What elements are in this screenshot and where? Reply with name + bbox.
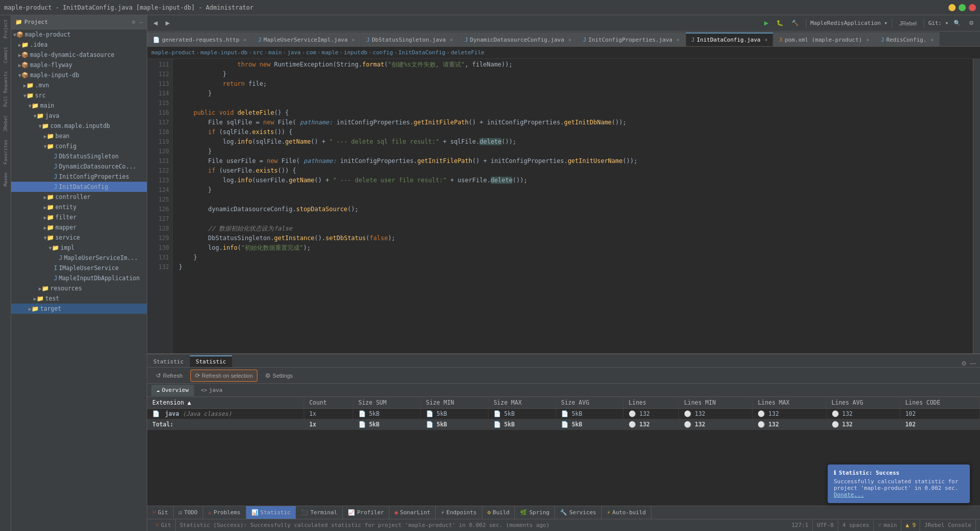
code-content[interactable]: throw new RuntimeException(String.format… [173, 59, 973, 353]
tab-close-icon[interactable]: × [676, 37, 679, 43]
stat-subtab-overview[interactable]: ☁ Overview [151, 385, 194, 396]
tree-item[interactable]: ▶ 📁.idea [11, 40, 147, 50]
col-count[interactable]: Count [304, 397, 353, 409]
tab-dbstatus-singleton[interactable]: J DbStatusSingleton.java × [361, 32, 459, 46]
toolbar-settings-button[interactable]: ⚙ [966, 17, 977, 29]
close-button[interactable] [969, 4, 976, 11]
status-encoding[interactable]: UTF-8 [813, 519, 838, 531]
tree-item[interactable]: ▶ 📁target [11, 304, 147, 314]
project-minimize-icon[interactable]: — [139, 19, 143, 25]
toolbar-forward-button[interactable]: ▶ [162, 17, 173, 29]
col-lines-code[interactable]: Lines CODE [900, 397, 979, 409]
tab-close-icon[interactable]: × [931, 37, 934, 43]
tool-statistic[interactable]: 📊 Statistic [246, 506, 297, 519]
tab-pom-xml[interactable]: X pom.xml (maple-product) × [774, 32, 875, 46]
breadcrumb-item[interactable]: src [253, 49, 263, 56]
tab-close-icon[interactable]: × [568, 37, 571, 43]
tool-spring[interactable]: 🌿 Spring [515, 506, 555, 519]
breadcrumb-item[interactable]: InitDataConfig [398, 49, 445, 56]
status-position[interactable]: 127:1 [788, 519, 813, 531]
sidebar-icon-project[interactable]: Project [2, 17, 9, 41]
col-lines-avg[interactable]: Lines AVG [826, 397, 900, 409]
tool-services[interactable]: 🔧 Services [555, 506, 602, 519]
tab-maple-user-service-impl[interactable]: J MapleUserServiceImpl.java × [252, 32, 360, 46]
col-size-avg[interactable]: Size AVG [556, 397, 624, 409]
toolbar-run-button[interactable]: ▶ [761, 17, 771, 29]
tab-init-data-config[interactable]: J InitDataConfig.java × [685, 32, 773, 46]
col-size-min[interactable]: Size MIN [420, 397, 488, 409]
breadcrumb-item[interactable]: main [269, 49, 282, 56]
tree-item[interactable]: ▶ 📁test [11, 293, 147, 304]
tool-profiler[interactable]: 📈 Profiler [343, 506, 389, 519]
tab-redis-config[interactable]: J RedisConfig. × [875, 32, 939, 46]
tree-item[interactable]: ▼ 📁service [11, 233, 147, 243]
breadcrumb-item[interactable]: maple-input-db [201, 49, 248, 56]
tree-item[interactable]: ▶ 📁controller [11, 192, 147, 202]
breadcrumb-item[interactable]: com [306, 49, 316, 56]
tree-item[interactable]: ▼ 📁impl [11, 243, 147, 253]
tab-generated-requests[interactable]: 📄 generated-requests.http × [147, 32, 252, 46]
tab-close-icon[interactable]: × [352, 37, 355, 43]
status-branch[interactable]: ⑂ main [874, 519, 902, 531]
tab-init-config-properties[interactable]: J InitConfigProperties.java × [577, 32, 685, 46]
tree-item[interactable]: ▼ 📦maple-input-db [11, 70, 147, 80]
settings-button[interactable]: ⚙ Settings [260, 370, 298, 382]
tree-item[interactable]: JInitConfigProperties [11, 172, 147, 182]
toolbar-jrebel-button[interactable]: JRebel [896, 17, 920, 29]
tree-item[interactable]: ▼ 📁java [11, 111, 147, 121]
tree-item[interactable]: ▶ 📁mapper [11, 222, 147, 233]
tree-item[interactable]: ▼ 📁com.maple.inputdb [11, 121, 147, 131]
breadcrumb-item[interactable]: deleteFile [451, 49, 484, 56]
col-lines[interactable]: Lines [624, 397, 679, 409]
breadcrumb-item[interactable]: maple [321, 49, 338, 56]
tree-item[interactable]: IIMapleUserService [11, 263, 147, 273]
stat-tab-2[interactable]: Statistic [190, 355, 233, 367]
breadcrumb-item[interactable]: config [373, 49, 393, 56]
breadcrumb-item[interactable]: maple-product [151, 49, 195, 56]
status-jrebel[interactable]: JRebel Console [920, 519, 976, 531]
sidebar-icon-commit[interactable]: Commit [2, 45, 9, 65]
tab-close-icon[interactable]: × [866, 37, 869, 43]
tool-build[interactable]: ⚙ Build [482, 506, 515, 519]
tree-item[interactable]: ▼ 📁main [11, 101, 147, 111]
col-lines-min[interactable]: Lines MIN [679, 397, 753, 409]
col-lines-max[interactable]: Lines MAX [753, 397, 826, 409]
tool-todo[interactable]: ☑ TODO [174, 506, 203, 519]
tree-item[interactable]: ▶ 📁resources [11, 283, 147, 293]
tree-item[interactable]: ▶ 📁filter [11, 212, 147, 222]
tool-terminal[interactable]: ⬛ Terminal [296, 506, 343, 519]
stat-tab-1[interactable]: Statistic [147, 355, 190, 367]
breadcrumb-item[interactable]: inputdb [344, 49, 367, 56]
tool-problems[interactable]: ⚠ Problems [203, 506, 246, 519]
toolbar-debug-button[interactable]: 🐛 [773, 17, 787, 29]
tree-item[interactable]: JDbStatusSingleton [11, 151, 147, 161]
status-indent[interactable]: 4 spaces [838, 519, 874, 531]
tree-item[interactable]: ▶ 📁bean [11, 131, 147, 141]
tree-item[interactable]: JMapleUserServiceIm... [11, 253, 147, 263]
sidebar-icon-maven[interactable]: Maven [2, 171, 9, 188]
tab-dynamic-datasource-config[interactable]: J DynamicDatasourceConfig.java × [459, 32, 577, 46]
git-branch-selector[interactable]: Git: ▾ [928, 20, 949, 26]
tree-item[interactable]: ▶ 📁.mvn [11, 80, 147, 90]
toolbar-back-button[interactable]: ◀ [150, 17, 160, 29]
refresh-on-selection-button[interactable]: ⟳ Refresh on selection [190, 370, 257, 382]
tool-endpoints[interactable]: ⚡ Endpoints [436, 506, 482, 519]
tree-item[interactable]: JInitDataConfig [11, 182, 147, 192]
tree-item[interactable]: ▼ 📦maple-product [11, 29, 147, 40]
stat-settings-button[interactable]: ⚙ [961, 360, 967, 367]
tree-item[interactable]: ▼ 📁src [11, 90, 147, 101]
tree-item[interactable]: JMapleInputDbApplication [11, 273, 147, 283]
minimize-button[interactable] [949, 4, 956, 11]
project-settings-icon[interactable]: ⚙ [132, 19, 136, 25]
tool-auto-build[interactable]: ⚡ Auto-build [602, 506, 651, 519]
tree-item[interactable]: ▶ 📁entity [11, 202, 147, 212]
stat-subtab-java[interactable]: <> java [196, 385, 228, 396]
stat-minimize-button[interactable]: — [970, 360, 976, 367]
tool-git[interactable]: ⑂ Git [147, 506, 174, 519]
sidebar-icon-jrebel[interactable]: JRebel [2, 113, 9, 134]
col-size-max[interactable]: Size MAX [488, 397, 556, 409]
tree-item[interactable]: ▼ 📁config [11, 141, 147, 151]
maximize-button[interactable] [959, 4, 966, 11]
sidebar-icon-pull-requests[interactable]: Pull Requests [2, 69, 9, 109]
col-size-sum[interactable]: Size SUM [353, 397, 420, 409]
